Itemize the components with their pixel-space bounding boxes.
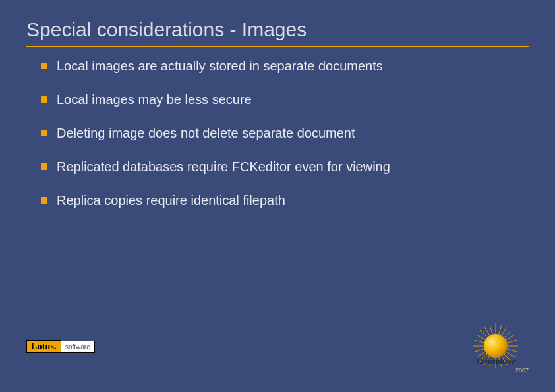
bullet-icon: [41, 163, 47, 170]
bullet-icon: [41, 63, 47, 69]
lotusphere-logo: Lotusphere 2007: [456, 320, 535, 379]
bullet-text: Deleting image does not delete separate …: [57, 125, 355, 142]
content-area: Local images are actually stored in sepa…: [41, 58, 515, 226]
slide: Special considerations - Images Local im…: [0, 0, 555, 392]
lotusphere-text: Lotusphere: [475, 356, 516, 366]
title-underline: [26, 46, 529, 47]
bullet-text: Replica copies require identical filepat…: [57, 192, 285, 209]
list-item: Local images may be less secure: [41, 92, 515, 108]
footer: Lotus. software: [26, 339, 542, 379]
list-item: Replica copies require identical filepat…: [41, 192, 515, 209]
bullet-text: Local images are actually stored in sepa…: [57, 58, 383, 74]
title-block: Special considerations - Images: [26, 18, 529, 47]
lotus-software-text: software: [61, 341, 95, 353]
lotus-brand-text: Lotus.: [26, 340, 61, 353]
slide-title: Special considerations - Images: [26, 18, 529, 45]
list-item: Local images are actually stored in sepa…: [41, 58, 515, 74]
list-item: Replicated databases require FCKeditor e…: [41, 159, 515, 175]
lotusphere-year: 2007: [515, 367, 529, 374]
bullet-icon: [41, 96, 47, 103]
bullet-icon: [41, 197, 47, 204]
bullet-icon: [41, 130, 47, 136]
svg-point-24: [484, 334, 508, 358]
lotus-software-logo: Lotus. software: [26, 339, 95, 354]
bullet-text: Replicated databases require FCKeditor e…: [57, 159, 390, 175]
bullet-text: Local images may be less secure: [57, 92, 252, 108]
list-item: Deleting image does not delete separate …: [41, 125, 515, 142]
